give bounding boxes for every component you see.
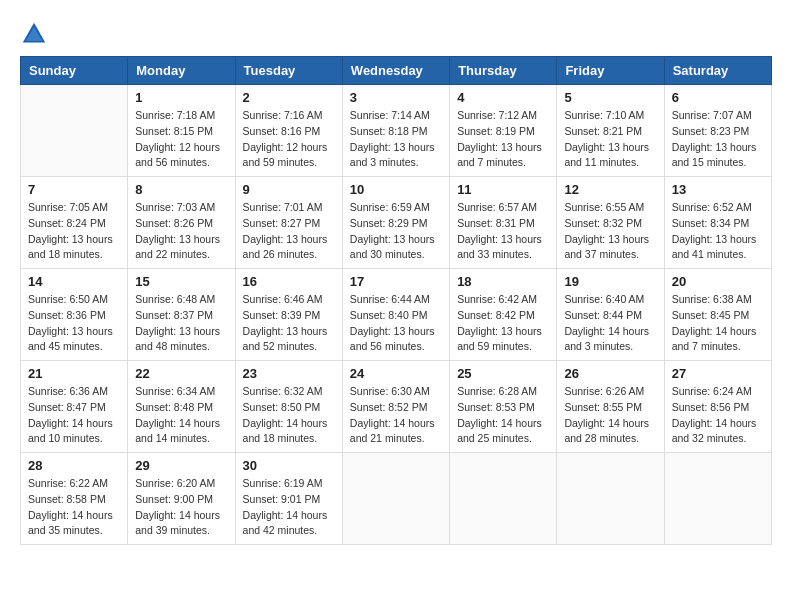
day-info: Sunrise: 7:03 AMSunset: 8:26 PMDaylight:… (135, 200, 227, 263)
day-cell: 3Sunrise: 7:14 AMSunset: 8:18 PMDaylight… (342, 85, 449, 177)
day-number: 30 (243, 458, 335, 473)
day-info: Sunrise: 6:38 AMSunset: 8:45 PMDaylight:… (672, 292, 764, 355)
day-header-wednesday: Wednesday (342, 57, 449, 85)
day-number: 3 (350, 90, 442, 105)
day-header-thursday: Thursday (450, 57, 557, 85)
day-cell: 30Sunrise: 6:19 AMSunset: 9:01 PMDayligh… (235, 453, 342, 545)
day-number: 25 (457, 366, 549, 381)
logo (20, 20, 52, 48)
calendar-table: SundayMondayTuesdayWednesdayThursdayFrid… (20, 56, 772, 545)
day-cell: 25Sunrise: 6:28 AMSunset: 8:53 PMDayligh… (450, 361, 557, 453)
day-info: Sunrise: 6:40 AMSunset: 8:44 PMDaylight:… (564, 292, 656, 355)
day-info: Sunrise: 7:10 AMSunset: 8:21 PMDaylight:… (564, 108, 656, 171)
day-number: 6 (672, 90, 764, 105)
logo-icon (20, 20, 48, 48)
day-number: 14 (28, 274, 120, 289)
day-info: Sunrise: 6:42 AMSunset: 8:42 PMDaylight:… (457, 292, 549, 355)
day-number: 23 (243, 366, 335, 381)
day-cell: 20Sunrise: 6:38 AMSunset: 8:45 PMDayligh… (664, 269, 771, 361)
day-number: 21 (28, 366, 120, 381)
day-number: 11 (457, 182, 549, 197)
day-number: 15 (135, 274, 227, 289)
day-cell: 23Sunrise: 6:32 AMSunset: 8:50 PMDayligh… (235, 361, 342, 453)
day-number: 4 (457, 90, 549, 105)
day-info: Sunrise: 6:59 AMSunset: 8:29 PMDaylight:… (350, 200, 442, 263)
day-number: 13 (672, 182, 764, 197)
day-info: Sunrise: 6:19 AMSunset: 9:01 PMDaylight:… (243, 476, 335, 539)
day-number: 16 (243, 274, 335, 289)
day-header-tuesday: Tuesday (235, 57, 342, 85)
day-cell: 8Sunrise: 7:03 AMSunset: 8:26 PMDaylight… (128, 177, 235, 269)
day-number: 18 (457, 274, 549, 289)
day-info: Sunrise: 6:48 AMSunset: 8:37 PMDaylight:… (135, 292, 227, 355)
day-info: Sunrise: 7:01 AMSunset: 8:27 PMDaylight:… (243, 200, 335, 263)
day-info: Sunrise: 6:55 AMSunset: 8:32 PMDaylight:… (564, 200, 656, 263)
day-info: Sunrise: 7:07 AMSunset: 8:23 PMDaylight:… (672, 108, 764, 171)
day-cell: 14Sunrise: 6:50 AMSunset: 8:36 PMDayligh… (21, 269, 128, 361)
day-cell (342, 453, 449, 545)
day-number: 28 (28, 458, 120, 473)
day-number: 5 (564, 90, 656, 105)
day-info: Sunrise: 6:30 AMSunset: 8:52 PMDaylight:… (350, 384, 442, 447)
day-info: Sunrise: 6:36 AMSunset: 8:47 PMDaylight:… (28, 384, 120, 447)
day-info: Sunrise: 6:32 AMSunset: 8:50 PMDaylight:… (243, 384, 335, 447)
day-cell: 1Sunrise: 7:18 AMSunset: 8:15 PMDaylight… (128, 85, 235, 177)
day-cell: 12Sunrise: 6:55 AMSunset: 8:32 PMDayligh… (557, 177, 664, 269)
day-info: Sunrise: 7:18 AMSunset: 8:15 PMDaylight:… (135, 108, 227, 171)
day-info: Sunrise: 7:14 AMSunset: 8:18 PMDaylight:… (350, 108, 442, 171)
day-cell: 27Sunrise: 6:24 AMSunset: 8:56 PMDayligh… (664, 361, 771, 453)
day-cell: 5Sunrise: 7:10 AMSunset: 8:21 PMDaylight… (557, 85, 664, 177)
day-header-friday: Friday (557, 57, 664, 85)
day-cell: 17Sunrise: 6:44 AMSunset: 8:40 PMDayligh… (342, 269, 449, 361)
day-header-monday: Monday (128, 57, 235, 85)
day-cell: 6Sunrise: 7:07 AMSunset: 8:23 PMDaylight… (664, 85, 771, 177)
day-cell: 21Sunrise: 6:36 AMSunset: 8:47 PMDayligh… (21, 361, 128, 453)
day-number: 1 (135, 90, 227, 105)
week-row-3: 14Sunrise: 6:50 AMSunset: 8:36 PMDayligh… (21, 269, 772, 361)
day-cell: 4Sunrise: 7:12 AMSunset: 8:19 PMDaylight… (450, 85, 557, 177)
day-header-sunday: Sunday (21, 57, 128, 85)
day-info: Sunrise: 7:12 AMSunset: 8:19 PMDaylight:… (457, 108, 549, 171)
days-header-row: SundayMondayTuesdayWednesdayThursdayFrid… (21, 57, 772, 85)
day-cell: 28Sunrise: 6:22 AMSunset: 8:58 PMDayligh… (21, 453, 128, 545)
day-number: 20 (672, 274, 764, 289)
day-number: 24 (350, 366, 442, 381)
week-row-1: 1Sunrise: 7:18 AMSunset: 8:15 PMDaylight… (21, 85, 772, 177)
day-cell: 15Sunrise: 6:48 AMSunset: 8:37 PMDayligh… (128, 269, 235, 361)
day-number: 22 (135, 366, 227, 381)
day-info: Sunrise: 6:57 AMSunset: 8:31 PMDaylight:… (457, 200, 549, 263)
day-header-saturday: Saturday (664, 57, 771, 85)
day-cell (450, 453, 557, 545)
week-row-2: 7Sunrise: 7:05 AMSunset: 8:24 PMDaylight… (21, 177, 772, 269)
day-info: Sunrise: 6:26 AMSunset: 8:55 PMDaylight:… (564, 384, 656, 447)
day-number: 29 (135, 458, 227, 473)
day-cell: 19Sunrise: 6:40 AMSunset: 8:44 PMDayligh… (557, 269, 664, 361)
day-cell: 24Sunrise: 6:30 AMSunset: 8:52 PMDayligh… (342, 361, 449, 453)
day-cell (21, 85, 128, 177)
day-cell: 13Sunrise: 6:52 AMSunset: 8:34 PMDayligh… (664, 177, 771, 269)
day-info: Sunrise: 6:20 AMSunset: 9:00 PMDaylight:… (135, 476, 227, 539)
day-info: Sunrise: 6:28 AMSunset: 8:53 PMDaylight:… (457, 384, 549, 447)
day-cell: 22Sunrise: 6:34 AMSunset: 8:48 PMDayligh… (128, 361, 235, 453)
day-info: Sunrise: 7:16 AMSunset: 8:16 PMDaylight:… (243, 108, 335, 171)
day-number: 7 (28, 182, 120, 197)
day-info: Sunrise: 6:34 AMSunset: 8:48 PMDaylight:… (135, 384, 227, 447)
day-cell: 11Sunrise: 6:57 AMSunset: 8:31 PMDayligh… (450, 177, 557, 269)
week-row-4: 21Sunrise: 6:36 AMSunset: 8:47 PMDayligh… (21, 361, 772, 453)
day-info: Sunrise: 6:50 AMSunset: 8:36 PMDaylight:… (28, 292, 120, 355)
day-cell (664, 453, 771, 545)
day-number: 10 (350, 182, 442, 197)
day-number: 2 (243, 90, 335, 105)
day-info: Sunrise: 6:22 AMSunset: 8:58 PMDaylight:… (28, 476, 120, 539)
day-info: Sunrise: 6:44 AMSunset: 8:40 PMDaylight:… (350, 292, 442, 355)
day-cell: 18Sunrise: 6:42 AMSunset: 8:42 PMDayligh… (450, 269, 557, 361)
day-cell: 10Sunrise: 6:59 AMSunset: 8:29 PMDayligh… (342, 177, 449, 269)
page-header (20, 20, 772, 48)
day-cell: 7Sunrise: 7:05 AMSunset: 8:24 PMDaylight… (21, 177, 128, 269)
day-number: 26 (564, 366, 656, 381)
day-info: Sunrise: 6:24 AMSunset: 8:56 PMDaylight:… (672, 384, 764, 447)
day-cell (557, 453, 664, 545)
day-info: Sunrise: 6:46 AMSunset: 8:39 PMDaylight:… (243, 292, 335, 355)
day-cell: 16Sunrise: 6:46 AMSunset: 8:39 PMDayligh… (235, 269, 342, 361)
day-number: 17 (350, 274, 442, 289)
